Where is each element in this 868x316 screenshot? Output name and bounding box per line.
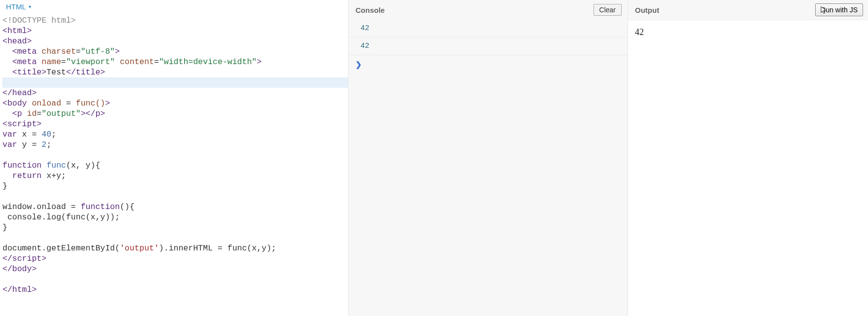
code-line[interactable]: <body onload = func()> bbox=[2, 98, 348, 108]
code-line[interactable]: </body> bbox=[2, 264, 348, 274]
code-line[interactable] bbox=[2, 150, 348, 160]
code-line[interactable]: <!DOCTYPE html> bbox=[2, 15, 348, 26]
clear-button[interactable]: Clear bbox=[593, 4, 622, 16]
run-button-label: Run with JS bbox=[821, 6, 858, 14]
code-line[interactable]: console.log(func(x,y)); bbox=[2, 212, 348, 222]
code-line[interactable]: document.getElementById('output').innerH… bbox=[2, 243, 348, 253]
code-line[interactable]: } bbox=[2, 222, 348, 233]
language-selector[interactable]: HTML ▾ bbox=[6, 2, 31, 11]
code-line[interactable]: <meta charset="utf-8"> bbox=[2, 46, 348, 57]
code-line[interactable] bbox=[2, 233, 348, 243]
code-line[interactable]: <html> bbox=[2, 26, 348, 36]
console-output: 4242❯ bbox=[349, 20, 628, 316]
code-line[interactable]: </html> bbox=[2, 284, 348, 295]
code-editor[interactable]: <!DOCTYPE html><html><head> <meta charse… bbox=[0, 15, 348, 316]
code-line[interactable]: <head> bbox=[2, 36, 348, 46]
run-button[interactable]: Run with JS bbox=[815, 3, 863, 16]
console-prompt[interactable]: ❯ bbox=[349, 55, 628, 74]
console-panel: Console Clear 4242❯ bbox=[349, 0, 628, 316]
code-line[interactable]: </script> bbox=[2, 253, 348, 264]
code-line[interactable]: </head> bbox=[2, 88, 348, 98]
console-title: Console bbox=[355, 6, 385, 14]
editor-panel: HTML ▾ <!DOCTYPE html><html><head> <meta… bbox=[0, 0, 349, 316]
output-title: Output bbox=[635, 6, 659, 14]
console-log-row: 42 bbox=[349, 37, 628, 55]
code-line[interactable]: var y = 2; bbox=[2, 140, 348, 150]
code-line[interactable]: var x = 40; bbox=[2, 129, 348, 140]
code-line[interactable]: return x+y; bbox=[2, 171, 348, 181]
output-body: 42 bbox=[628, 20, 868, 316]
code-line[interactable]: function func(x, y){ bbox=[2, 160, 348, 171]
code-line[interactable] bbox=[2, 191, 348, 202]
code-line[interactable] bbox=[2, 77, 348, 88]
code-line[interactable]: } bbox=[2, 181, 348, 191]
code-line[interactable]: <meta name="viewport" content="width=dev… bbox=[2, 57, 348, 67]
code-line[interactable]: <p id="output"></p> bbox=[2, 108, 348, 119]
code-line[interactable] bbox=[2, 274, 348, 284]
console-log-row: 42 bbox=[349, 20, 628, 37]
code-line[interactable]: <title>Test</title> bbox=[2, 67, 348, 77]
chevron-down-icon: ▾ bbox=[29, 4, 31, 9]
language-label: HTML bbox=[6, 2, 26, 11]
output-panel: Output Run with JS 42 bbox=[628, 0, 868, 316]
code-line[interactable]: <script> bbox=[2, 119, 348, 129]
code-line[interactable]: window.onload = function(){ bbox=[2, 202, 348, 212]
